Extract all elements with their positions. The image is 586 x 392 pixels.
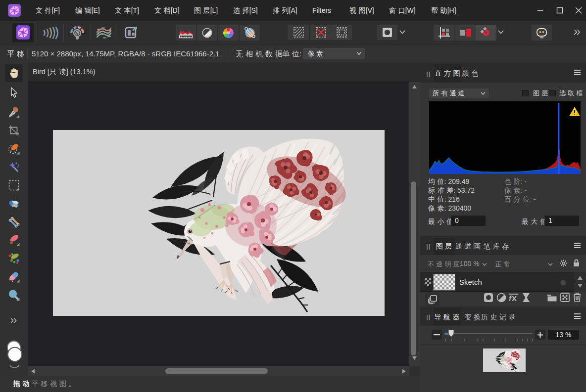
- svg-text:X: X: [512, 294, 517, 303]
